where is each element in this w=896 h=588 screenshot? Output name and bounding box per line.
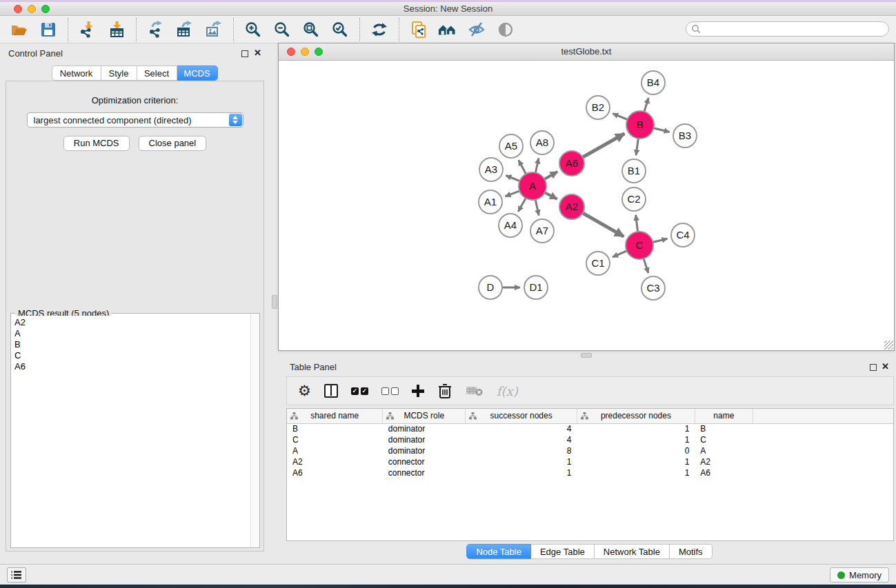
table-cell[interactable]: 8 bbox=[466, 445, 577, 456]
home-icon[interactable] bbox=[438, 20, 457, 39]
add-column-icon[interactable] bbox=[412, 381, 424, 401]
network-node-C1[interactable]: C1 bbox=[586, 252, 610, 275]
table-cell[interactable]: A6 bbox=[695, 467, 753, 478]
table-cell[interactable]: C bbox=[287, 434, 383, 445]
close-panel-icon[interactable]: ✕ bbox=[254, 48, 261, 58]
tab-edge-table[interactable]: Edge Table bbox=[531, 544, 595, 559]
table-cell[interactable]: 1 bbox=[577, 434, 695, 445]
save-session-icon[interactable] bbox=[39, 20, 58, 39]
table-cell[interactable]: A bbox=[695, 445, 753, 456]
import-table-icon[interactable] bbox=[107, 20, 126, 39]
zoom-in-icon[interactable] bbox=[243, 20, 263, 39]
network-overview-icon[interactable] bbox=[409, 20, 428, 39]
network-node-D1[interactable]: D1 bbox=[524, 276, 548, 299]
column-header-shared-name[interactable]: shared name bbox=[287, 409, 383, 423]
result-item[interactable]: B bbox=[14, 339, 250, 350]
network-node-A1[interactable]: A1 bbox=[479, 190, 502, 214]
network-node-B[interactable]: B bbox=[626, 111, 654, 139]
network-zoom-button[interactable] bbox=[315, 48, 323, 56]
table-row[interactable]: Cdominator41C bbox=[287, 434, 893, 445]
table-cell[interactable]: dominator bbox=[383, 434, 466, 445]
table-cell[interactable]: A bbox=[287, 445, 383, 456]
table-cell[interactable]: 1 bbox=[466, 456, 577, 467]
show-graphics-icon[interactable] bbox=[496, 20, 515, 39]
refresh-icon[interactable] bbox=[370, 20, 389, 39]
network-node-A5[interactable]: A5 bbox=[499, 134, 523, 158]
network-node-C[interactable]: C bbox=[626, 232, 653, 259]
network-close-button[interactable] bbox=[287, 48, 295, 56]
mcds-result-list[interactable]: A2ABCA6 bbox=[12, 316, 250, 547]
memory-button[interactable]: Memory bbox=[830, 567, 889, 582]
table-cell[interactable]: 1 bbox=[466, 467, 577, 478]
tab-select[interactable]: Select bbox=[137, 65, 177, 81]
optimization-select[interactable]: largest connected component (directed) bbox=[27, 112, 243, 128]
result-item[interactable]: C bbox=[14, 350, 250, 361]
column-header-predecessor-nodes[interactable]: predecessor nodes bbox=[577, 409, 695, 423]
network-node-A7[interactable]: A7 bbox=[530, 219, 554, 243]
tab-style[interactable]: Style bbox=[101, 65, 137, 81]
network-node-A2[interactable]: A2 bbox=[559, 194, 584, 219]
network-canvas[interactable]: B4B2BB3A8A5B1A3A6AA1C2A2A4A7CC4C1C3DD1 bbox=[279, 61, 893, 349]
table-cell[interactable]: A2 bbox=[287, 456, 383, 467]
network-window-titlebar[interactable]: testGlobe.txt bbox=[279, 43, 894, 61]
result-scrollbar[interactable] bbox=[250, 314, 259, 547]
table-cell[interactable]: C bbox=[695, 434, 753, 445]
import-network-icon[interactable] bbox=[78, 20, 97, 39]
zoom-selected-icon[interactable] bbox=[330, 20, 350, 39]
network-node-B1[interactable]: B1 bbox=[622, 159, 646, 183]
select-all-rows-icon[interactable]: ✓✓ bbox=[351, 381, 368, 401]
table-cell[interactable]: B bbox=[287, 423, 383, 434]
table-cell[interactable]: connector bbox=[383, 456, 466, 467]
result-item[interactable]: A6 bbox=[14, 361, 250, 372]
network-node-B2[interactable]: B2 bbox=[586, 96, 610, 119]
table-cell[interactable]: 1 bbox=[577, 467, 695, 478]
tab-node-table[interactable]: Node Table bbox=[466, 544, 531, 559]
table-cell[interactable]: 4 bbox=[466, 434, 577, 445]
result-item[interactable]: A2 bbox=[14, 317, 250, 328]
search-input[interactable] bbox=[686, 21, 889, 37]
minimize-window-button[interactable] bbox=[28, 5, 36, 13]
table-cell[interactable]: dominator bbox=[383, 423, 466, 434]
network-node-B4[interactable]: B4 bbox=[641, 71, 665, 94]
tab-network[interactable]: Network bbox=[52, 65, 101, 81]
deselect-all-rows-icon[interactable] bbox=[381, 381, 399, 401]
desktop-vertical-scrollbar[interactable] bbox=[272, 295, 277, 309]
table-cell[interactable]: 1 bbox=[577, 423, 695, 434]
table-cell[interactable]: 1 bbox=[577, 456, 695, 467]
table-row[interactable]: Adominator80A bbox=[287, 445, 893, 456]
node-table[interactable]: shared nameMCDS rolesuccessor nodesprede… bbox=[287, 409, 893, 478]
column-header-successor-nodes[interactable]: successor nodes bbox=[466, 409, 577, 423]
float-panel-icon[interactable] bbox=[241, 50, 248, 57]
table-cell[interactable]: connector bbox=[383, 467, 466, 478]
tab-motifs[interactable]: Motifs bbox=[670, 544, 713, 559]
network-node-D[interactable]: D bbox=[479, 276, 502, 299]
delete-column-icon[interactable] bbox=[437, 381, 452, 401]
run-mcds-button[interactable]: Run MCDS bbox=[63, 136, 130, 151]
network-node-C3[interactable]: C3 bbox=[641, 276, 665, 300]
network-node-C2[interactable]: C2 bbox=[622, 187, 646, 211]
zoom-window-button[interactable] bbox=[41, 5, 50, 13]
close-panel-button[interactable]: Close panel bbox=[139, 136, 207, 151]
function-builder-icon[interactable]: f(x) bbox=[497, 381, 518, 401]
network-minimize-button[interactable] bbox=[301, 48, 309, 56]
delete-table-icon[interactable] bbox=[466, 381, 484, 401]
table-cell[interactable]: B bbox=[695, 423, 753, 434]
table-cell[interactable]: 0 bbox=[577, 445, 695, 456]
open-session-icon[interactable] bbox=[10, 20, 29, 39]
hide-graphics-icon[interactable] bbox=[467, 20, 486, 39]
export-network-icon[interactable] bbox=[146, 20, 166, 39]
table-row[interactable]: A2connector11A2 bbox=[287, 456, 893, 467]
desktop-horizontal-scrollbar[interactable] bbox=[581, 353, 592, 358]
network-node-A[interactable]: A bbox=[519, 172, 546, 200]
table-row[interactable]: Bdominator41B bbox=[287, 423, 893, 434]
network-node-A4[interactable]: A4 bbox=[499, 214, 522, 237]
table-cell[interactable]: dominator bbox=[383, 445, 466, 456]
export-table-icon[interactable] bbox=[175, 20, 195, 39]
zoom-out-icon[interactable] bbox=[272, 20, 292, 39]
table-cell[interactable]: A6 bbox=[287, 467, 383, 478]
table-cell[interactable]: A2 bbox=[695, 456, 753, 467]
window-resize-grip[interactable] bbox=[884, 341, 893, 349]
tab-network-table[interactable]: Network Table bbox=[595, 544, 670, 559]
table-cell[interactable]: 4 bbox=[466, 423, 577, 434]
task-history-button[interactable] bbox=[7, 567, 26, 582]
